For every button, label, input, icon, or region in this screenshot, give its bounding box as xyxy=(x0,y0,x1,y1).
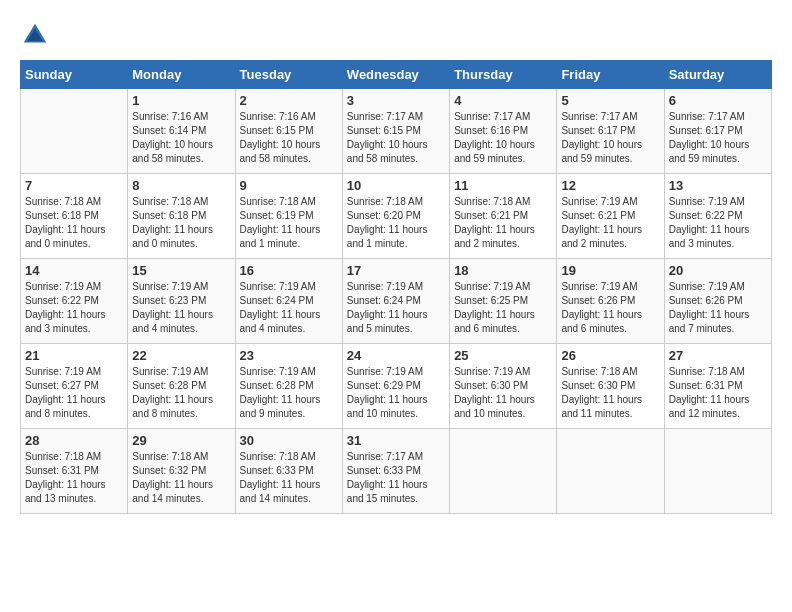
calendar-cell: 13Sunrise: 7:19 AM Sunset: 6:22 PM Dayli… xyxy=(664,174,771,259)
day-number: 7 xyxy=(25,178,123,193)
calendar-cell: 25Sunrise: 7:19 AM Sunset: 6:30 PM Dayli… xyxy=(450,344,557,429)
calendar-cell: 9Sunrise: 7:18 AM Sunset: 6:19 PM Daylig… xyxy=(235,174,342,259)
calendar-cell: 6Sunrise: 7:17 AM Sunset: 6:17 PM Daylig… xyxy=(664,89,771,174)
calendar-cell xyxy=(557,429,664,514)
day-info: Sunrise: 7:19 AM Sunset: 6:25 PM Dayligh… xyxy=(454,280,552,336)
calendar-cell: 22Sunrise: 7:19 AM Sunset: 6:28 PM Dayli… xyxy=(128,344,235,429)
calendar-cell: 30Sunrise: 7:18 AM Sunset: 6:33 PM Dayli… xyxy=(235,429,342,514)
column-header-tuesday: Tuesday xyxy=(235,61,342,89)
day-info: Sunrise: 7:17 AM Sunset: 6:16 PM Dayligh… xyxy=(454,110,552,166)
day-number: 3 xyxy=(347,93,445,108)
day-info: Sunrise: 7:17 AM Sunset: 6:33 PM Dayligh… xyxy=(347,450,445,506)
page-header xyxy=(20,20,772,50)
calendar-cell: 10Sunrise: 7:18 AM Sunset: 6:20 PM Dayli… xyxy=(342,174,449,259)
calendar-cell: 8Sunrise: 7:18 AM Sunset: 6:18 PM Daylig… xyxy=(128,174,235,259)
day-number: 8 xyxy=(132,178,230,193)
calendar-cell: 18Sunrise: 7:19 AM Sunset: 6:25 PM Dayli… xyxy=(450,259,557,344)
calendar-cell xyxy=(664,429,771,514)
logo-icon xyxy=(20,20,50,50)
day-info: Sunrise: 7:19 AM Sunset: 6:26 PM Dayligh… xyxy=(561,280,659,336)
day-number: 29 xyxy=(132,433,230,448)
day-number: 19 xyxy=(561,263,659,278)
day-number: 25 xyxy=(454,348,552,363)
column-header-friday: Friday xyxy=(557,61,664,89)
day-number: 9 xyxy=(240,178,338,193)
day-info: Sunrise: 7:16 AM Sunset: 6:15 PM Dayligh… xyxy=(240,110,338,166)
day-number: 18 xyxy=(454,263,552,278)
calendar-cell: 21Sunrise: 7:19 AM Sunset: 6:27 PM Dayli… xyxy=(21,344,128,429)
calendar-cell: 1Sunrise: 7:16 AM Sunset: 6:14 PM Daylig… xyxy=(128,89,235,174)
header-row: SundayMondayTuesdayWednesdayThursdayFrid… xyxy=(21,61,772,89)
day-number: 31 xyxy=(347,433,445,448)
calendar-cell: 4Sunrise: 7:17 AM Sunset: 6:16 PM Daylig… xyxy=(450,89,557,174)
calendar-cell: 15Sunrise: 7:19 AM Sunset: 6:23 PM Dayli… xyxy=(128,259,235,344)
day-info: Sunrise: 7:19 AM Sunset: 6:24 PM Dayligh… xyxy=(240,280,338,336)
calendar-cell: 27Sunrise: 7:18 AM Sunset: 6:31 PM Dayli… xyxy=(664,344,771,429)
day-info: Sunrise: 7:19 AM Sunset: 6:27 PM Dayligh… xyxy=(25,365,123,421)
day-info: Sunrise: 7:19 AM Sunset: 6:22 PM Dayligh… xyxy=(25,280,123,336)
day-info: Sunrise: 7:18 AM Sunset: 6:31 PM Dayligh… xyxy=(25,450,123,506)
day-number: 28 xyxy=(25,433,123,448)
calendar-cell: 31Sunrise: 7:17 AM Sunset: 6:33 PM Dayli… xyxy=(342,429,449,514)
day-number: 10 xyxy=(347,178,445,193)
column-header-sunday: Sunday xyxy=(21,61,128,89)
calendar-cell: 29Sunrise: 7:18 AM Sunset: 6:32 PM Dayli… xyxy=(128,429,235,514)
day-number: 21 xyxy=(25,348,123,363)
week-row-4: 21Sunrise: 7:19 AM Sunset: 6:27 PM Dayli… xyxy=(21,344,772,429)
calendar-cell: 26Sunrise: 7:18 AM Sunset: 6:30 PM Dayli… xyxy=(557,344,664,429)
day-number: 20 xyxy=(669,263,767,278)
day-info: Sunrise: 7:18 AM Sunset: 6:32 PM Dayligh… xyxy=(132,450,230,506)
day-info: Sunrise: 7:19 AM Sunset: 6:29 PM Dayligh… xyxy=(347,365,445,421)
calendar-cell: 23Sunrise: 7:19 AM Sunset: 6:28 PM Dayli… xyxy=(235,344,342,429)
week-row-2: 7Sunrise: 7:18 AM Sunset: 6:18 PM Daylig… xyxy=(21,174,772,259)
calendar-cell xyxy=(450,429,557,514)
day-number: 5 xyxy=(561,93,659,108)
column-header-saturday: Saturday xyxy=(664,61,771,89)
day-info: Sunrise: 7:18 AM Sunset: 6:18 PM Dayligh… xyxy=(132,195,230,251)
calendar-cell: 5Sunrise: 7:17 AM Sunset: 6:17 PM Daylig… xyxy=(557,89,664,174)
day-info: Sunrise: 7:17 AM Sunset: 6:17 PM Dayligh… xyxy=(669,110,767,166)
day-number: 14 xyxy=(25,263,123,278)
day-number: 1 xyxy=(132,93,230,108)
calendar-cell: 20Sunrise: 7:19 AM Sunset: 6:26 PM Dayli… xyxy=(664,259,771,344)
calendar-cell: 2Sunrise: 7:16 AM Sunset: 6:15 PM Daylig… xyxy=(235,89,342,174)
calendar-cell: 28Sunrise: 7:18 AM Sunset: 6:31 PM Dayli… xyxy=(21,429,128,514)
day-info: Sunrise: 7:19 AM Sunset: 6:30 PM Dayligh… xyxy=(454,365,552,421)
day-number: 24 xyxy=(347,348,445,363)
day-number: 26 xyxy=(561,348,659,363)
day-info: Sunrise: 7:17 AM Sunset: 6:15 PM Dayligh… xyxy=(347,110,445,166)
day-info: Sunrise: 7:19 AM Sunset: 6:28 PM Dayligh… xyxy=(132,365,230,421)
day-number: 22 xyxy=(132,348,230,363)
calendar-cell: 7Sunrise: 7:18 AM Sunset: 6:18 PM Daylig… xyxy=(21,174,128,259)
day-info: Sunrise: 7:18 AM Sunset: 6:21 PM Dayligh… xyxy=(454,195,552,251)
calendar-cell xyxy=(21,89,128,174)
calendar-table: SundayMondayTuesdayWednesdayThursdayFrid… xyxy=(20,60,772,514)
column-header-wednesday: Wednesday xyxy=(342,61,449,89)
day-info: Sunrise: 7:16 AM Sunset: 6:14 PM Dayligh… xyxy=(132,110,230,166)
day-info: Sunrise: 7:18 AM Sunset: 6:30 PM Dayligh… xyxy=(561,365,659,421)
calendar-cell: 24Sunrise: 7:19 AM Sunset: 6:29 PM Dayli… xyxy=(342,344,449,429)
day-number: 2 xyxy=(240,93,338,108)
day-info: Sunrise: 7:19 AM Sunset: 6:24 PM Dayligh… xyxy=(347,280,445,336)
calendar-cell: 17Sunrise: 7:19 AM Sunset: 6:24 PM Dayli… xyxy=(342,259,449,344)
day-info: Sunrise: 7:19 AM Sunset: 6:28 PM Dayligh… xyxy=(240,365,338,421)
day-number: 23 xyxy=(240,348,338,363)
day-info: Sunrise: 7:19 AM Sunset: 6:21 PM Dayligh… xyxy=(561,195,659,251)
day-info: Sunrise: 7:18 AM Sunset: 6:20 PM Dayligh… xyxy=(347,195,445,251)
day-info: Sunrise: 7:17 AM Sunset: 6:17 PM Dayligh… xyxy=(561,110,659,166)
day-number: 17 xyxy=(347,263,445,278)
day-info: Sunrise: 7:18 AM Sunset: 6:19 PM Dayligh… xyxy=(240,195,338,251)
calendar-cell: 16Sunrise: 7:19 AM Sunset: 6:24 PM Dayli… xyxy=(235,259,342,344)
week-row-3: 14Sunrise: 7:19 AM Sunset: 6:22 PM Dayli… xyxy=(21,259,772,344)
day-number: 13 xyxy=(669,178,767,193)
day-info: Sunrise: 7:18 AM Sunset: 6:33 PM Dayligh… xyxy=(240,450,338,506)
day-number: 30 xyxy=(240,433,338,448)
calendar-cell: 3Sunrise: 7:17 AM Sunset: 6:15 PM Daylig… xyxy=(342,89,449,174)
day-info: Sunrise: 7:19 AM Sunset: 6:26 PM Dayligh… xyxy=(669,280,767,336)
calendar-cell: 14Sunrise: 7:19 AM Sunset: 6:22 PM Dayli… xyxy=(21,259,128,344)
day-number: 11 xyxy=(454,178,552,193)
logo xyxy=(20,20,52,50)
day-info: Sunrise: 7:18 AM Sunset: 6:31 PM Dayligh… xyxy=(669,365,767,421)
column-header-monday: Monday xyxy=(128,61,235,89)
day-info: Sunrise: 7:19 AM Sunset: 6:23 PM Dayligh… xyxy=(132,280,230,336)
